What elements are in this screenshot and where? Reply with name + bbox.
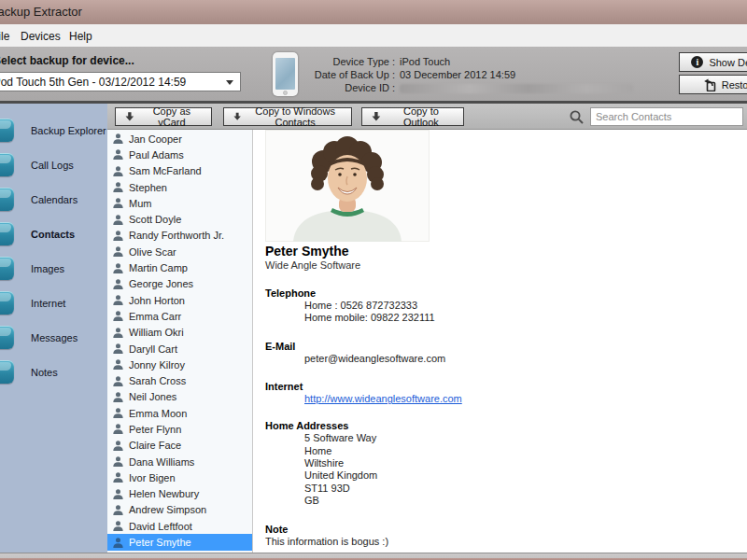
- website-link[interactable]: http://www.wideanglesoftware.com: [304, 393, 462, 404]
- detail-line: ST11 93D: [304, 483, 747, 495]
- note-lines: This information is bogus :): [265, 536, 747, 548]
- backup-select-value: iPod Touch 5th Gen - 03/12/2012 14:59: [0, 76, 186, 89]
- person-icon: [112, 230, 124, 242]
- contact-row-label: William Okri: [129, 327, 184, 338]
- contact-row-label: Randy Forthworth Jr.: [129, 230, 224, 241]
- sidebar-item-contacts[interactable]: Contacts: [0, 217, 107, 251]
- contact-row-martin-camp[interactable]: Martin Camp: [107, 259, 252, 275]
- person-icon: [112, 407, 124, 419]
- contact-row-neil-jones[interactable]: Neil Jones: [107, 389, 252, 405]
- contact-row-label: Andrew Simpson: [129, 504, 206, 515]
- sidebar-item-images[interactable]: Images: [0, 251, 107, 286]
- detail-line: 5 Software Way: [304, 432, 747, 444]
- contact-row-david-leftfoot[interactable]: David Leftfoot: [107, 518, 252, 534]
- sidebar-item-label: Contacts: [31, 229, 75, 240]
- contact-photo: [265, 130, 430, 242]
- contact-row-helen-newbury[interactable]: Helen Newbury: [107, 486, 252, 502]
- contacts-icon: [0, 222, 14, 245]
- home-addresses-heading: Home Addresses: [265, 420, 747, 432]
- copy-to-outlook-button[interactable]: Copy to Outlook: [361, 107, 464, 126]
- contact-row-daryll-cart[interactable]: Daryll Cart: [107, 341, 252, 357]
- contact-row-ivor-bigen[interactable]: Ivor Bigen: [107, 469, 252, 485]
- contact-row-label: Peter Flynn: [129, 424, 181, 435]
- person-icon: [112, 537, 124, 549]
- internet-heading: Internet: [265, 381, 747, 393]
- copy-to-windows-contacts-button[interactable]: Copy to Windows Contacts: [223, 107, 352, 126]
- detail-line: This information is bogus :): [265, 536, 747, 548]
- app-window: iBackup Extractor File Devices Help Sele…: [0, 0, 747, 560]
- contact-row-dana-williams[interactable]: Dana Williams: [107, 454, 252, 469]
- search-area: [569, 107, 743, 126]
- call-logs-icon: [0, 153, 14, 176]
- contact-row-scott-doyle[interactable]: Scott Doyle: [107, 211, 252, 227]
- contact-row-mum[interactable]: Mum: [107, 195, 252, 211]
- contact-row-randy-forthworth-jr[interactable]: Randy Forthworth Jr.: [107, 228, 252, 244]
- contact-row-john-horton[interactable]: John Horton: [107, 292, 252, 308]
- contact-row-claire-face[interactable]: Claire Face: [107, 438, 252, 454]
- email-section: E-Mail peter@wideanglesoftware.com: [265, 341, 747, 365]
- device-info-labels: Device Type : Date of Back Up : Device I…: [317, 47, 395, 101]
- restore-icon: [703, 78, 716, 91]
- contact-row-label: Martin Camp: [129, 262, 188, 273]
- contact-row-label: Jan Cooper: [129, 133, 182, 145]
- email-lines: peter@wideanglesoftware.com: [265, 353, 747, 365]
- note-section: Note This information is bogus :): [265, 524, 747, 548]
- contact-row-label: George Jones: [129, 278, 193, 289]
- menu-devices[interactable]: Devices: [17, 28, 64, 45]
- sidebar-item-internet[interactable]: Internet: [0, 286, 107, 320]
- backup-date-label: Date of Back Up :: [315, 69, 395, 80]
- person-icon: [112, 471, 124, 483]
- contact-row-olive-scar[interactable]: Olive Scar: [107, 244, 252, 259]
- restore-button[interactable]: Restore: [679, 75, 747, 94]
- title-bar[interactable]: iBackup Extractor: [0, 0, 747, 24]
- contact-row-andrew-simpson[interactable]: Andrew Simpson: [107, 502, 252, 518]
- sidebar-item-call-logs[interactable]: Call Logs: [0, 147, 107, 182]
- contact-row-label: Jonny Kilroy: [129, 359, 185, 371]
- contact-row-emma-moon[interactable]: Emma Moon: [107, 405, 252, 421]
- contact-row-sam-mcfarland[interactable]: Sam McFarland: [107, 163, 252, 179]
- contact-row-paul-adams[interactable]: Paul Adams: [107, 147, 252, 162]
- sidebar-item-backup-explorer[interactable]: Backup Explorer: [0, 113, 107, 147]
- contact-row-label: Scott Doyle: [129, 214, 181, 225]
- images-icon: [0, 257, 14, 280]
- person-icon: [112, 391, 124, 403]
- backup-select-dropdown[interactable]: iPod Touch 5th Gen - 03/12/2012 14:59: [0, 72, 241, 91]
- contact-row-peter-smythe[interactable]: Peter Smythe: [107, 534, 252, 550]
- menu-help[interactable]: Help: [65, 28, 96, 45]
- contact-company: Wide Angle Software: [265, 259, 747, 272]
- contact-row-jonny-kilroy[interactable]: Jonny Kilroy: [107, 357, 252, 372]
- person-icon: [112, 504, 124, 516]
- sidebar-item-label: Images: [31, 263, 64, 274]
- contact-row-label: Daryll Cart: [129, 343, 177, 355]
- download-arrow-icon: [125, 111, 134, 122]
- person-icon: [112, 310, 124, 322]
- chevron-down-icon[interactable]: [226, 80, 233, 85]
- search-input[interactable]: [590, 107, 743, 126]
- copy-as-vcard-button[interactable]: Copy as vCard: [115, 107, 212, 126]
- contact-row-jan-cooper[interactable]: Jan Cooper: [107, 131, 252, 147]
- contact-row-george-jones[interactable]: George Jones: [107, 276, 252, 292]
- sidebar-item-messages[interactable]: Messages: [0, 320, 107, 355]
- contact-row-sarah-cross[interactable]: Sarah Cross: [107, 372, 252, 388]
- contact-row-stephen[interactable]: Stephen: [107, 179, 252, 195]
- ipod-screen: [275, 58, 295, 90]
- sidebar-item-notes[interactable]: Notes: [0, 355, 107, 389]
- internet-section: Internet http://www.wideanglesoftware.co…: [265, 381, 747, 404]
- sidebar-item-label: Call Logs: [31, 160, 74, 171]
- device-type-label: Device Type :: [333, 56, 395, 67]
- home-address-lines: 5 Software WayHomeWiltshireUnited Kingdo…: [265, 432, 747, 507]
- window-title: iBackup Extractor: [0, 5, 82, 19]
- contact-row-label: Claire Face: [129, 440, 181, 451]
- person-icon: [112, 327, 124, 339]
- person-icon: [112, 262, 124, 274]
- ipod-device-icon: [273, 52, 298, 96]
- contact-row-emma-carr[interactable]: Emma Carr: [107, 308, 252, 324]
- contact-row-william-okri[interactable]: William Okri: [107, 325, 252, 341]
- sidebar-item-calendars[interactable]: Calendars: [0, 182, 107, 217]
- person-icon: [112, 343, 124, 355]
- show-details-button[interactable]: i Show Details: [679, 52, 747, 72]
- person-icon: [112, 440, 124, 452]
- contact-row-peter-flynn[interactable]: Peter Flynn: [107, 421, 252, 437]
- ipod-home-button: [283, 91, 288, 95]
- menu-file[interactable]: File: [0, 28, 13, 45]
